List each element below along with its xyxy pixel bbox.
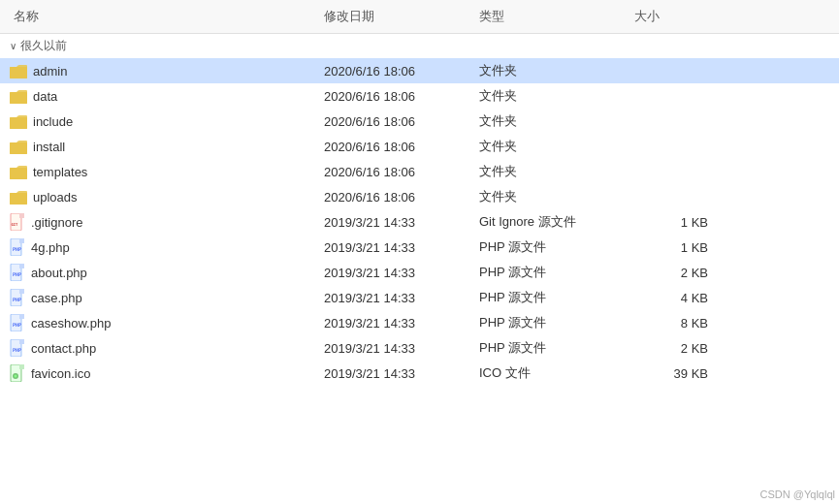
file-date: 2019/3/21 14:33 (320, 290, 475, 306)
file-name: admin (33, 64, 67, 79)
file-size (630, 70, 727, 72)
svg-rect-9 (10, 169, 27, 179)
file-size: 1 KB (630, 214, 727, 231)
file-type: PHP 源文件 (475, 263, 630, 282)
file-date: 2019/3/21 14:33 (320, 365, 475, 382)
file-name: favicon.ico (31, 366, 90, 381)
svg-rect-16 (19, 238, 24, 243)
file-name-cell: admin (10, 63, 320, 79)
file-name-cell: favicon.ico (10, 363, 320, 383)
file-name: uploads (33, 190, 78, 205)
file-size: 39 KB (630, 365, 727, 382)
file-name-cell: GIT .gitignore (10, 212, 320, 232)
ico-file-icon (10, 364, 25, 382)
file-size (630, 145, 727, 147)
php-file-icon: PHP (10, 264, 25, 281)
table-row[interactable]: PHP contact.php2019/3/21 14:33PHP 源文件2 K… (0, 335, 839, 361)
file-name: about.php (31, 266, 87, 280)
svg-rect-28 (19, 339, 24, 344)
file-name-cell: install (10, 139, 320, 155)
file-name-cell: data (10, 88, 320, 105)
file-type: PHP 源文件 (475, 313, 630, 332)
file-explorer: 名称 修改日期 类型 大小 ∨ 很久以前 admin2020/6/16 18:0… (0, 0, 839, 504)
table-header: 名称 修改日期 类型 大小 (0, 0, 839, 34)
php-file-icon: PHP (10, 314, 25, 331)
header-size[interactable]: 大小 (630, 6, 727, 27)
file-date: 2020/6/16 18:06 (320, 189, 475, 205)
folder-icon (10, 140, 27, 154)
file-size (630, 196, 727, 198)
file-type: 文件夹 (475, 187, 630, 206)
table-row[interactable]: GIT .gitignore2019/3/21 14:33Git Ignore … (0, 209, 839, 235)
table-row[interactable]: PHP caseshow.php2019/3/21 14:33PHP 源文件8 … (0, 310, 839, 335)
file-type: 文件夹 (475, 137, 630, 156)
file-date: 2020/6/16 18:06 (320, 113, 475, 130)
file-name: 4g.php (31, 240, 70, 255)
svg-rect-11 (10, 194, 27, 205)
folder-icon (10, 64, 27, 79)
file-type: PHP 源文件 (475, 237, 630, 257)
file-name: case.php (31, 291, 82, 305)
table-row[interactable]: admin2020/6/16 18:06文件夹 (0, 58, 839, 83)
file-type: 文件夹 (475, 162, 630, 181)
table-row[interactable]: include2020/6/16 18:06文件夹 (0, 109, 839, 134)
file-type: 文件夹 (475, 111, 630, 131)
table-row[interactable]: uploads2020/6/16 18:06文件夹 (0, 184, 839, 209)
file-name-cell: PHP about.php (10, 263, 320, 282)
table-row[interactable]: PHP about.php2019/3/21 14:33PHP 源文件2 KB (0, 260, 839, 285)
header-type[interactable]: 类型 (475, 6, 630, 27)
file-name: include (33, 114, 73, 129)
file-type: 文件夹 (475, 61, 630, 80)
svg-rect-1 (10, 68, 27, 79)
file-name-cell: include (10, 113, 320, 130)
header-date[interactable]: 修改日期 (320, 6, 475, 27)
group-label-text: 很久以前 (20, 38, 67, 54)
svg-point-33 (15, 375, 17, 378)
svg-rect-22 (19, 289, 24, 294)
file-name-cell: templates (10, 164, 320, 180)
file-date: 2019/3/21 14:33 (320, 315, 475, 331)
folder-icon (10, 114, 27, 129)
table-row[interactable]: favicon.ico2019/3/21 14:33ICO 文件39 KB (0, 361, 839, 386)
header-name[interactable]: 名称 (10, 6, 320, 27)
php-file-icon: PHP (10, 339, 25, 357)
file-name: templates (33, 165, 87, 179)
file-name: caseshow.php (31, 316, 111, 331)
file-date: 2019/3/21 14:33 (320, 265, 475, 281)
file-name: install (33, 140, 65, 154)
table-row[interactable]: data2020/6/16 18:06文件夹 (0, 83, 839, 109)
file-name-cell: PHP caseshow.php (10, 313, 320, 332)
file-size: 4 KB (630, 290, 727, 306)
file-size: 1 KB (630, 239, 727, 256)
file-date: 2019/3/21 14:33 (320, 239, 475, 256)
file-name: contact.php (31, 341, 96, 356)
file-size (630, 171, 727, 173)
svg-text:PHP: PHP (13, 271, 21, 277)
folder-icon (10, 165, 27, 179)
file-name-cell: PHP case.php (10, 288, 320, 307)
svg-rect-5 (10, 118, 27, 129)
file-rows-container: admin2020/6/16 18:06文件夹 data2020/6/16 18… (0, 58, 839, 386)
file-list: ∨ 很久以前 admin2020/6/16 18:06文件夹 data2020/… (0, 34, 839, 504)
svg-rect-19 (19, 264, 24, 268)
svg-text:GIT: GIT (12, 222, 19, 227)
file-date: 2020/6/16 18:06 (320, 88, 475, 105)
file-date: 2020/6/16 18:06 (320, 164, 475, 180)
table-row[interactable]: PHP case.php2019/3/21 14:33PHP 源文件4 KB (0, 285, 839, 310)
file-size: 8 KB (630, 315, 727, 331)
table-row[interactable]: install2020/6/16 18:06文件夹 (0, 134, 839, 159)
file-size: 2 KB (630, 265, 727, 281)
file-type: 文件夹 (475, 86, 630, 106)
file-type: ICO 文件 (475, 363, 630, 383)
git-file-icon: GIT (10, 213, 25, 231)
svg-text:PHP: PHP (13, 246, 21, 252)
chevron-icon: ∨ (10, 41, 16, 51)
table-row[interactable]: templates2020/6/16 18:06文件夹 (0, 159, 839, 184)
file-size (630, 120, 727, 122)
file-date: 2020/6/16 18:06 (320, 63, 475, 79)
svg-rect-3 (10, 93, 27, 104)
svg-rect-25 (19, 314, 24, 319)
table-row[interactable]: PHP 4g.php2019/3/21 14:33PHP 源文件1 KB (0, 235, 839, 260)
file-date: 2019/3/21 14:33 (320, 340, 475, 357)
file-name-cell: PHP 4g.php (10, 237, 320, 257)
